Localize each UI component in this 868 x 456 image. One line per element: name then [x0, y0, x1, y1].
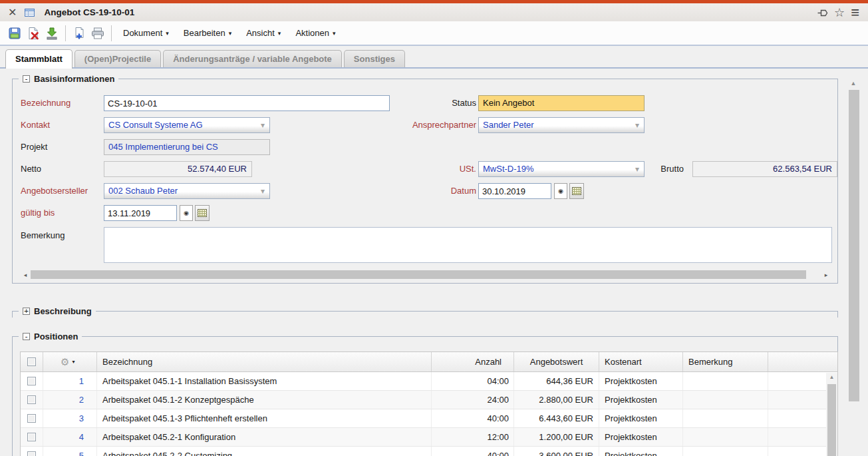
toolbar-separator [65, 25, 66, 41]
label-projekt: Projekt [21, 139, 47, 155]
scrollbar-thumb[interactable] [31, 270, 806, 279]
column-header-bezeichnung[interactable]: Bezeichnung [97, 352, 432, 371]
gueltig-bis-calendar-icon[interactable] [195, 205, 210, 221]
kontakt-combobox[interactable]: CS Consult Systeme AG ▾ [104, 117, 270, 133]
collapse-toggle-icon[interactable]: - [23, 333, 30, 340]
row-number-cell[interactable]: 1 [43, 372, 97, 390]
tab-sonstiges[interactable]: Sonstiges [344, 50, 405, 67]
row-number-cell[interactable]: 4 [43, 428, 97, 446]
cell-anzahl: 04:00 [432, 372, 514, 390]
label-datum: Datum [345, 183, 476, 199]
label-netto: Netto [21, 161, 41, 177]
menu-dokument[interactable]: Dokument ▾ [116, 25, 176, 41]
cell-bemerkung [683, 428, 768, 446]
chevron-down-icon[interactable]: ▾ [631, 162, 644, 176]
ansprechpartner-value: Sander Peter [479, 118, 631, 132]
label-angebotsersteller: Angebotsersteller [21, 183, 88, 199]
row-number-cell[interactable]: 3 [43, 409, 97, 427]
favorite-star-icon[interactable]: ☆ [834, 7, 845, 19]
cell-angebotswert: 2.880,00 EUR [514, 391, 599, 409]
pin-icon[interactable] [817, 7, 828, 18]
cell-bezeichnung: Arbeitspaket 045.1-3 Pflichtenheft erste… [97, 409, 432, 427]
table-row[interactable]: 1 Arbeitspaket 045.1-1 Installation Basi… [21, 372, 837, 391]
beschreibung-legend: + Beschreibung [19, 306, 96, 317]
projekt-link-field[interactable]: 045 Implementierung bei CS [104, 139, 270, 155]
chevron-down-icon[interactable]: ▾ [256, 118, 269, 132]
close-icon[interactable]: ✕ [8, 7, 17, 18]
table-settings-menu[interactable]: ⚙ ▾ [43, 352, 97, 371]
ust-combobox[interactable]: MwSt-D-19% ▾ [478, 161, 645, 177]
scroll-left-icon[interactable]: ◂ [21, 270, 30, 280]
section-positionen: - Positionen ⚙ ▾ Bezeichnung Anzahl Ange… [12, 336, 838, 456]
select-all-checkbox[interactable] [21, 352, 43, 371]
label-kontakt: Kontakt [21, 117, 50, 133]
menu-bearbeiten[interactable]: Bearbeiten ▾ [176, 25, 239, 41]
checkbox-icon[interactable] [27, 377, 36, 385]
bemerkung-textarea[interactable] [104, 227, 832, 263]
label-bemerkung: Bemerkung [21, 228, 65, 244]
table-header-row: ⚙ ▾ Bezeichnung Anzahl Angebotswert Kost… [21, 352, 837, 372]
column-header-bemerkung[interactable]: Bemerkung [683, 352, 768, 371]
tab-open-projectile[interactable]: (Open)Projectile [74, 50, 161, 67]
column-header-anzahl[interactable]: Anzahl [432, 352, 514, 371]
column-header-kostenart[interactable]: Kostenart [599, 352, 683, 371]
column-header-angebotswert[interactable]: Angebotswert [514, 352, 599, 371]
save-icon[interactable] [5, 24, 24, 43]
document-type-icon [24, 7, 35, 18]
cell-bemerkung [683, 372, 768, 390]
tab-stammblatt[interactable]: Stammblatt [5, 49, 72, 69]
datum-input[interactable] [478, 183, 551, 199]
row-number-cell[interactable]: 5 [43, 447, 97, 456]
new-document-icon[interactable] [70, 24, 88, 43]
expand-toggle-icon[interactable]: + [23, 308, 30, 315]
checkbox-icon[interactable] [27, 395, 36, 404]
checkbox-icon[interactable] [27, 414, 36, 423]
chevron-down-icon: ▾ [278, 30, 281, 37]
label-ansprechpartner: Ansprechpartner [345, 117, 476, 133]
table-row[interactable]: 5 Arbeitspaket 045.2-2 Customizing 40:00… [21, 447, 837, 456]
positionen-legend: - Positionen [19, 331, 82, 342]
datum-calendar-icon[interactable] [569, 183, 584, 199]
row-number-cell[interactable]: 2 [43, 391, 97, 409]
angebotsersteller-combobox[interactable]: 002 Schaub Peter ▾ [104, 183, 270, 199]
gueltig-bis-today-icon[interactable]: ◉ [180, 205, 193, 221]
menu-ansicht[interactable]: Ansicht ▾ [239, 25, 288, 41]
print-icon[interactable] [88, 24, 107, 43]
page-scrollbar-thumb[interactable] [849, 90, 859, 401]
row-checkbox[interactable] [21, 409, 43, 427]
scroll-up-icon[interactable]: ▲ [826, 373, 837, 382]
row-checkbox[interactable] [21, 391, 43, 409]
hamburger-menu-icon[interactable]: ≡ [851, 7, 859, 19]
checkbox-icon[interactable] [27, 357, 36, 366]
table-row[interactable]: 4 Arbeitspaket 045.2-1 Konfiguration 12:… [21, 428, 837, 447]
table-row[interactable]: 2 Arbeitspaket 045.1-2 Konzeptgespäche 2… [21, 391, 837, 409]
label-status: Status [345, 95, 476, 111]
row-checkbox[interactable] [21, 372, 43, 390]
cell-anzahl: 12:00 [432, 428, 514, 446]
row-checkbox[interactable] [21, 447, 43, 456]
label-gueltig-bis: gültig bis [21, 205, 55, 221]
chevron-down-icon[interactable]: ▾ [256, 184, 269, 198]
table-row[interactable]: 3 Arbeitspaket 045.1-3 Pflichtenheft ers… [21, 409, 837, 428]
scrollbar-thumb[interactable] [827, 384, 836, 456]
datum-today-icon[interactable]: ◉ [554, 183, 567, 199]
checkbox-icon[interactable] [27, 451, 36, 456]
scroll-right-icon[interactable]: ▸ [821, 270, 831, 280]
page-scroll-up-icon[interactable]: ▲ [847, 80, 860, 88]
chevron-down-icon[interactable]: ▾ [631, 118, 644, 132]
toolbar-separator [111, 25, 112, 41]
menu-aktionen[interactable]: Aktionen ▾ [288, 25, 343, 41]
delete-document-icon[interactable] [24, 24, 43, 43]
collapse-toggle-icon[interactable]: - [23, 75, 30, 83]
row-checkbox[interactable] [21, 428, 43, 446]
gear-icon[interactable]: ⚙ [61, 357, 69, 367]
export-download-icon[interactable] [43, 24, 61, 43]
table-vertical-scrollbar[interactable]: ▲ [826, 373, 837, 456]
menu-label: Aktionen [295, 28, 329, 38]
checkbox-icon[interactable] [27, 433, 36, 441]
cell-kostenart: Projektkosten [599, 391, 683, 409]
tab-aenderungsantraege[interactable]: Änderungsanträge / variable Angebote [163, 50, 342, 67]
gueltig-bis-input[interactable] [104, 205, 177, 221]
ansprechpartner-combobox[interactable]: Sander Peter ▾ [478, 117, 645, 133]
horizontal-scrollbar[interactable]: ◂ ▸ [21, 270, 831, 280]
